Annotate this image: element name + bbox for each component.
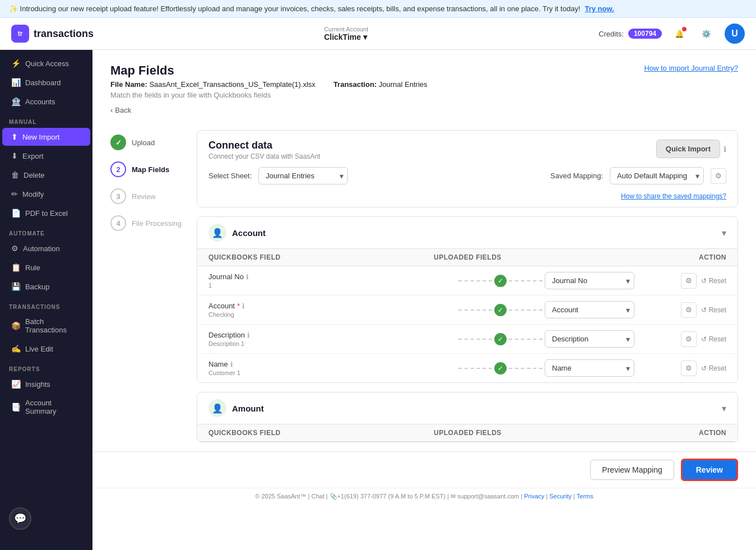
header-center: Current Account ClickTime ▾ bbox=[324, 26, 368, 41]
select-sheet-dropdown[interactable]: Journal Entries bbox=[258, 167, 348, 184]
chat-button[interactable]: 💬 bbox=[9, 507, 31, 530]
settings-button-name[interactable]: ⚙ bbox=[681, 360, 697, 376]
sidebar-item-rule[interactable]: 📋 Rule bbox=[2, 258, 90, 276]
security-link[interactable]: Security bbox=[549, 493, 572, 500]
sidebar-item-dashboard[interactable]: 📊 Dashboard bbox=[2, 73, 90, 91]
amount-uploaded-fields-header: Uploaded Fields bbox=[434, 429, 659, 437]
step-upload: ✓ Upload bbox=[110, 135, 183, 150]
sidebar-item-accounts[interactable]: 🏦 Accounts bbox=[2, 93, 90, 110]
current-account-label: Current Account bbox=[324, 26, 368, 33]
sidebar-item-automation[interactable]: ⚙ Automation bbox=[2, 239, 90, 257]
step-label-review: Review bbox=[132, 192, 156, 201]
sidebar-item-insights[interactable]: 📈 Insights bbox=[2, 375, 90, 393]
sidebar-label-insights: Insights bbox=[25, 380, 50, 389]
back-label: Back bbox=[115, 106, 131, 114]
settings-button-journal-no[interactable]: ⚙ bbox=[681, 273, 697, 289]
saved-mapping-settings-button[interactable]: ⚙ bbox=[711, 168, 726, 184]
notification-dot bbox=[682, 27, 687, 31]
gear-icon: ⚙️ bbox=[702, 30, 711, 38]
preview-mapping-button[interactable]: Preview Mapping bbox=[590, 460, 674, 480]
amount-section-icon: 👤 bbox=[208, 399, 226, 417]
connector-journal-no: ✓ Journal No bbox=[434, 272, 659, 289]
reset-button-account[interactable]: ↺ Reset bbox=[701, 306, 726, 314]
header-right: Credits: 100794 🔔 ⚙️ U bbox=[599, 24, 745, 44]
field-value-account: Checking bbox=[208, 311, 434, 318]
check-circle-account: ✓ bbox=[494, 304, 507, 316]
settings-button-account[interactable]: ⚙ bbox=[681, 302, 697, 318]
sidebar-item-account-summary[interactable]: 📑 Account Summary bbox=[2, 394, 90, 420]
backup-icon: 💾 bbox=[11, 282, 21, 291]
sidebar-label-backup: Backup bbox=[25, 283, 49, 291]
saved-mapping-dropdown[interactable]: Auto Default Mapping bbox=[610, 167, 704, 184]
check-circle-name: ✓ bbox=[494, 362, 507, 375]
app-name: transactions bbox=[34, 28, 94, 40]
page-footer: Preview Mapping Review bbox=[92, 451, 756, 488]
sidebar-item-quick-access[interactable]: ⚡ Quick Access bbox=[2, 54, 90, 72]
new-import-icon: ⬆ bbox=[11, 132, 18, 141]
info-icon-journal-no: ℹ bbox=[246, 273, 249, 281]
reset-button-journal-no[interactable]: ↺ Reset bbox=[701, 277, 726, 285]
sidebar-item-backup[interactable]: 💾 Backup bbox=[2, 278, 90, 295]
gear-icon: ⚙ bbox=[685, 335, 692, 343]
uploaded-field-account[interactable]: Account bbox=[545, 301, 634, 318]
logo-area: tr transactions bbox=[11, 25, 94, 43]
page-header: Map Fields File Name: SaasAnt_Excel_Tran… bbox=[92, 50, 756, 101]
sidebar-item-delete[interactable]: 🗑 Delete bbox=[2, 166, 90, 184]
notifications-button[interactable]: 🔔 bbox=[671, 25, 689, 43]
table-row: Description ℹ Description 1 ✓ Descr bbox=[197, 325, 738, 354]
reset-button-description[interactable]: ↺ Reset bbox=[701, 335, 726, 343]
sidebar-item-pdf-to-excel[interactable]: 📄 PDF to Excel bbox=[2, 204, 90, 222]
account-section-header[interactable]: 👤 Account ▾ bbox=[197, 217, 738, 249]
share-mappings-link[interactable]: How to share the saved mappings? bbox=[621, 192, 726, 200]
amount-action-header: Action bbox=[659, 429, 726, 437]
qb-field-name: Name ℹ Customer 1 bbox=[208, 360, 434, 376]
privacy-link[interactable]: Privacy bbox=[524, 493, 544, 500]
back-button[interactable]: ‹ Back bbox=[110, 106, 131, 114]
uploaded-field-journal-no[interactable]: Journal No bbox=[545, 272, 634, 289]
settings-button-description[interactable]: ⚙ bbox=[681, 331, 697, 347]
quick-import-button[interactable]: Quick Import bbox=[656, 140, 720, 158]
uploaded-field-description[interactable]: Description bbox=[545, 330, 634, 348]
settings-button[interactable]: ⚙️ bbox=[698, 25, 716, 43]
batch-transactions-icon: 📦 bbox=[11, 321, 21, 330]
logo-box: tr bbox=[11, 25, 29, 43]
field-value-description: Description 1 bbox=[208, 340, 434, 347]
connector-account: ✓ Account bbox=[434, 301, 659, 318]
dashboard-icon: 📊 bbox=[11, 78, 21, 87]
modify-icon: ✏ bbox=[11, 190, 18, 198]
amount-qb-field-header: Quickbooks Field bbox=[208, 429, 434, 437]
help-link[interactable]: How to import Journal Entry? bbox=[644, 64, 738, 72]
uploaded-field-name[interactable]: Name bbox=[545, 359, 634, 377]
accounts-icon: 🏦 bbox=[11, 97, 21, 106]
connector-name: ✓ Name bbox=[434, 359, 659, 377]
sidebar-label-accounts: Accounts bbox=[25, 98, 55, 106]
banner-text: ✨ Introducing our new receipt upload fea… bbox=[9, 4, 581, 13]
pdf-to-excel-icon: 📄 bbox=[11, 209, 21, 218]
field-name-journal-no: Journal No bbox=[208, 272, 244, 281]
reset-button-name[interactable]: ↺ Reset bbox=[701, 364, 726, 372]
try-now-link[interactable]: Try now. bbox=[585, 4, 614, 13]
file-info-row: File Name: SaasAnt_Excel_Transactions_US… bbox=[110, 80, 428, 89]
step-file-processing: 4 File Processing bbox=[110, 215, 183, 231]
account-name-dropdown[interactable]: ClickTime ▾ bbox=[324, 33, 368, 41]
qb-field-journal-no: Journal No ℹ 1 bbox=[208, 272, 434, 289]
review-button[interactable]: Review bbox=[681, 459, 738, 481]
sidebar-item-export[interactable]: ⬇ Export bbox=[2, 147, 90, 165]
sidebar-item-modify[interactable]: ✏ Modify bbox=[2, 185, 90, 203]
step-map-fields: 2 Map Fields bbox=[110, 161, 183, 177]
terms-link[interactable]: Terms bbox=[577, 493, 593, 500]
top-banner: ✨ Introducing our new receipt upload fea… bbox=[0, 0, 756, 18]
action-name: ⚙ ↺ Reset bbox=[659, 360, 726, 376]
check-circle-description: ✓ bbox=[494, 333, 507, 345]
action-account: ⚙ ↺ Reset bbox=[659, 302, 726, 318]
amount-section: 👤 Amount ▾ Quickbooks Field Uploaded Fie… bbox=[197, 392, 738, 442]
sidebar-item-live-edit[interactable]: ✍ Live Edit bbox=[2, 340, 90, 358]
sidebar-item-new-import[interactable]: ⬆ New Import bbox=[2, 128, 90, 146]
avatar[interactable]: U bbox=[725, 24, 745, 44]
sidebar-item-batch-transactions[interactable]: 📦 Batch Transactions bbox=[2, 313, 90, 339]
table-row: Name ℹ Customer 1 ✓ Name bbox=[197, 354, 738, 382]
account-section-icon: 👤 bbox=[208, 224, 226, 242]
amount-section-header[interactable]: 👤 Amount ▾ bbox=[197, 392, 738, 424]
step-label-upload: Upload bbox=[132, 138, 155, 147]
qb-field-header: Quickbooks Field bbox=[208, 253, 434, 261]
